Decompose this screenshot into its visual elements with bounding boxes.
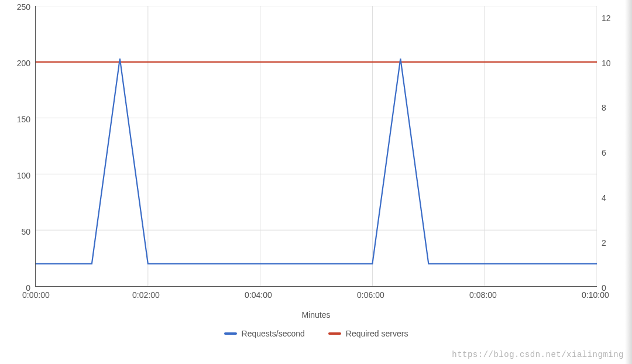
y-right-tick: 10 <box>602 59 611 68</box>
legend-label: Requests/second <box>242 329 305 338</box>
y-right-tick: 6 <box>602 148 606 157</box>
x-tick: 0:04:00 <box>245 290 272 300</box>
plot-svg <box>36 6 597 286</box>
y-left-tick: 250 <box>0 2 30 12</box>
legend-swatch-requests-icon <box>224 332 237 335</box>
watermark-text: https://blog.csdn.net/xialingming <box>452 350 624 359</box>
x-tick: 0:02:00 <box>132 290 160 300</box>
y-right-tick: 8 <box>602 103 606 112</box>
legend-item-servers: Required servers <box>328 329 408 338</box>
legend-item-requests: Requests/second <box>224 329 305 338</box>
y-left-tick: 50 <box>0 227 30 236</box>
y-left-tick: 100 <box>0 171 30 180</box>
y-left-tick: 150 <box>0 115 30 124</box>
legend-swatch-servers-icon <box>328 332 341 335</box>
right-edge-shadow <box>625 0 632 364</box>
x-tick: 0:08:00 <box>469 290 497 300</box>
y-left-tick: 200 <box>0 59 30 68</box>
chart-container: 0 50 100 150 200 250 0 2 4 6 8 10 12 0:0… <box>0 0 632 364</box>
plot-area <box>35 6 597 287</box>
x-axis-label: Minutes <box>0 310 632 320</box>
y-right-tick: 12 <box>602 13 611 23</box>
y-right-tick: 4 <box>602 193 606 202</box>
series-requests-per-second <box>36 59 597 264</box>
x-tick: 0:10:00 <box>582 290 609 300</box>
y-right-tick: 2 <box>602 238 606 248</box>
legend: Requests/second Required servers <box>0 329 632 338</box>
x-tick: 0:06:00 <box>357 290 384 300</box>
x-tick: 0:00:00 <box>22 290 50 300</box>
legend-label: Required servers <box>346 329 408 338</box>
